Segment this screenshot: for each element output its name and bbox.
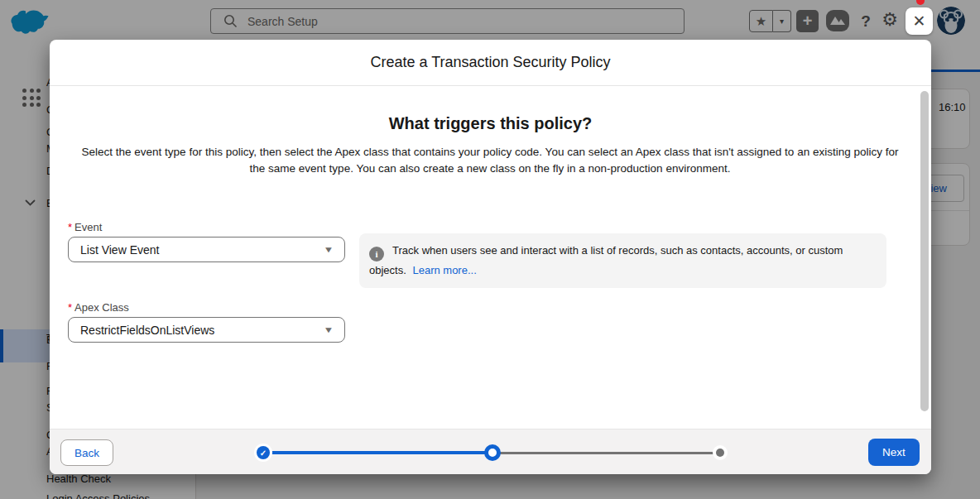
next-button[interactable]: Next	[868, 439, 920, 466]
progress-line-upcoming	[492, 452, 720, 454]
select-caret-icon: ▼	[324, 325, 334, 334]
modal-footer: Back ✓ Next	[50, 429, 931, 474]
progress-line-completed	[263, 451, 492, 454]
modal-header: Create a Transaction Security Policy	[50, 40, 931, 86]
apex-select-value: RestrictFieldsOnListViews	[80, 324, 324, 337]
required-asterisk: *	[68, 301, 72, 314]
apex-label-text: Apex Class	[74, 301, 129, 314]
step-2-current-icon	[484, 444, 501, 461]
step-1-completed-icon: ✓	[257, 446, 270, 459]
step-heading: What triggers this policy?	[50, 114, 931, 133]
scrollbar-thumb[interactable]	[920, 91, 929, 411]
required-asterisk: *	[68, 221, 72, 233]
step-description: Select the event type for this policy, t…	[76, 144, 904, 177]
create-policy-modal: Create a Transaction Security Policy Wha…	[50, 40, 931, 474]
info-icon: i	[369, 247, 384, 261]
modal-close-button[interactable]: ✕	[906, 7, 933, 35]
event-select-value: List View Event	[80, 243, 324, 257]
event-info-box: iTrack when users see and interact with …	[359, 233, 886, 288]
step-3-upcoming-icon	[716, 449, 724, 457]
apex-class-select[interactable]: RestrictFieldsOnListViews ▼	[68, 317, 345, 343]
salesforce-setup-screen: ★ ▾ + ? ⚙	[0, 0, 980, 499]
event-field-label: *Event	[68, 221, 102, 233]
learn-more-link[interactable]: Learn more...	[412, 264, 476, 276]
event-label-text: Event	[74, 221, 102, 233]
modal-title: Create a Transaction Security Policy	[370, 54, 610, 71]
event-select[interactable]: List View Event ▼	[68, 237, 345, 262]
modal-scrollbar[interactable]	[919, 88, 930, 427]
apex-field-label: *Apex Class	[68, 301, 129, 314]
select-caret-icon: ▼	[324, 245, 334, 254]
back-button[interactable]: Back	[60, 439, 113, 466]
